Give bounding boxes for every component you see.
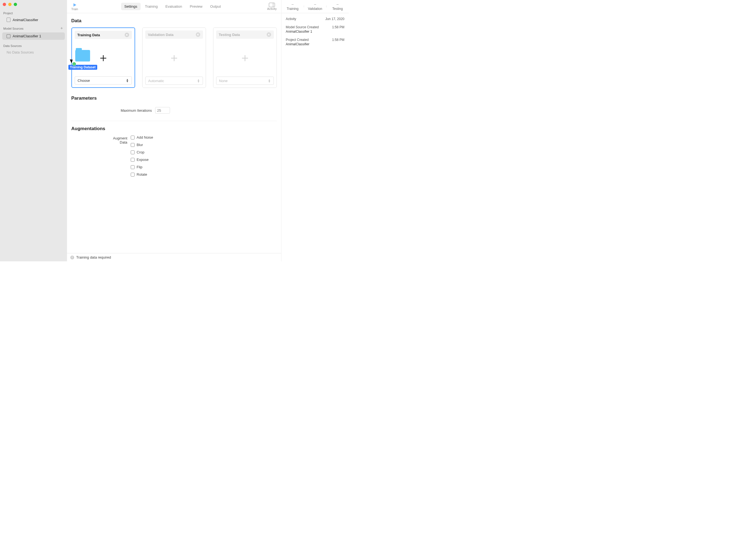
- augment-crop[interactable]: Crop: [131, 150, 153, 154]
- zoom-window[interactable]: [14, 3, 17, 6]
- augment-flip[interactable]: Flip: [131, 165, 153, 169]
- data-section-title: Data: [71, 18, 277, 24]
- validation-data-select[interactable]: Automatic ▲▼: [145, 77, 203, 85]
- validation-data-card[interactable]: Validation Data ✕ ＋ Automatic ▲▼: [142, 27, 206, 88]
- project-item[interactable]: AnimalClassifier: [0, 16, 67, 24]
- model-source-name: AnimalClassifier 1: [12, 34, 41, 38]
- status-bar: i Training data required: [67, 253, 281, 261]
- training-data-header: Training Data ✕: [75, 31, 132, 39]
- metric-label: Training: [287, 7, 299, 11]
- model-source-item[interactable]: AnimalClassifier 1: [2, 32, 65, 40]
- chevron-updown-icon: ▲▼: [197, 79, 200, 83]
- add-badge-icon: +: [72, 62, 76, 66]
- checkbox[interactable]: [131, 151, 134, 154]
- tab-output[interactable]: Output: [207, 3, 224, 10]
- activity-date: Jun 17, 2020: [326, 17, 344, 21]
- window-controls: [0, 2, 67, 9]
- checkbox-label: Rotate: [137, 172, 147, 177]
- activity-item-time: 1:58 PM: [332, 38, 344, 42]
- no-data-sources-label: No Data Sources: [0, 49, 67, 56]
- train-button[interactable]: Train: [71, 2, 78, 11]
- clear-validation-data-button[interactable]: ✕: [196, 32, 200, 37]
- training-data-select-value: Choose: [78, 79, 90, 83]
- project-section-label: Project: [0, 9, 67, 16]
- info-icon: i: [70, 256, 74, 260]
- toggle-activity-button[interactable]: Activity: [267, 3, 277, 10]
- checkbox-label: Flip: [137, 165, 143, 169]
- max-iterations-label: Maximum Iterations: [121, 108, 152, 112]
- checkbox[interactable]: [131, 158, 134, 162]
- validation-data-select-value: Automatic: [148, 79, 164, 83]
- activity-section-label: Activity: [286, 17, 296, 21]
- toolbar: Train Settings Training Evaluation Previ…: [67, 0, 281, 13]
- dragged-folder-label: Training Dataset: [68, 65, 97, 70]
- training-data-title: Training Data: [77, 33, 100, 37]
- testing-data-select[interactable]: None ▲▼: [216, 77, 274, 85]
- tabs: Settings Training Evaluation Preview Out…: [78, 3, 267, 10]
- plus-icon: ＋: [169, 52, 180, 63]
- chevron-updown-icon: ▲▼: [126, 79, 129, 82]
- activity-item: Project Created 1:58 PM: [282, 36, 349, 42]
- testing-data-card[interactable]: Testing Data ✕ ＋ None ▲▼: [213, 27, 277, 88]
- plus-icon: ＋: [239, 52, 251, 63]
- augment-expose[interactable]: Expose: [131, 158, 153, 162]
- metric-validation[interactable]: – Validation: [304, 2, 326, 11]
- augment-data-label: Augment Data: [105, 135, 127, 144]
- activity-item-sub: AnimalClassifier 1: [282, 29, 349, 36]
- checkbox-label: Blur: [137, 143, 143, 147]
- metric-testing[interactable]: – Testing: [326, 2, 349, 11]
- metrics-header: – Training – Validation – Testing: [282, 0, 349, 13]
- checkbox[interactable]: [131, 136, 134, 139]
- metric-value: –: [282, 2, 304, 6]
- checkbox[interactable]: [131, 165, 134, 169]
- checkbox[interactable]: [131, 143, 134, 147]
- activity-panel: – Training – Validation – Testing Activi…: [282, 0, 349, 261]
- minimize-window[interactable]: [8, 3, 11, 6]
- document-icon: [7, 18, 10, 22]
- plus-icon: ＋: [98, 52, 109, 63]
- data-sources-section-label: Data Sources: [0, 40, 67, 49]
- chevron-updown-icon: ▲▼: [268, 79, 271, 83]
- clear-training-data-button[interactable]: ✕: [125, 33, 129, 37]
- testing-data-dropzone[interactable]: ＋: [216, 39, 274, 77]
- augment-blur[interactable]: Blur: [131, 143, 153, 147]
- project-name: AnimalClassifier: [12, 18, 38, 22]
- panel-icon: [269, 3, 275, 7]
- clear-testing-data-button[interactable]: ✕: [267, 32, 271, 37]
- checkbox-label: Add Noise: [137, 135, 153, 139]
- metric-label: Validation: [308, 7, 322, 11]
- add-model-source-button[interactable]: ＋: [59, 26, 64, 31]
- checkbox-label: Expose: [137, 158, 149, 162]
- training-data-select[interactable]: Choose ▲▼: [75, 76, 132, 84]
- activity-item: Model Source Created 1:58 PM: [282, 24, 349, 29]
- activity-item-sub: AnimalClassifier: [282, 42, 349, 49]
- max-iterations-input[interactable]: [155, 107, 170, 114]
- parameters-section-title: Parameters: [71, 96, 277, 101]
- dragged-folder: + Training Dataset: [68, 50, 97, 70]
- training-data-card[interactable]: Training Data ✕ ＋ Choose ▲▼ +: [71, 27, 135, 88]
- augmentations-section-title: Augmentations: [71, 126, 277, 132]
- metric-label: Testing: [332, 7, 343, 11]
- model-sources-section-label: Model Sources: [3, 25, 23, 31]
- activity-item-title: Model Source Created: [286, 25, 319, 29]
- testing-data-select-value: None: [219, 79, 228, 83]
- validation-data-header: Validation Data ✕: [145, 30, 203, 39]
- augment-rotate[interactable]: Rotate: [131, 172, 153, 177]
- sidebar: Project AnimalClassifier Model Sources ＋…: [0, 0, 67, 261]
- play-icon: [72, 2, 77, 7]
- folder-icon: [75, 50, 90, 61]
- augment-add-noise[interactable]: Add Noise: [131, 135, 153, 139]
- metric-training[interactable]: – Training: [282, 2, 304, 11]
- tab-settings[interactable]: Settings: [121, 3, 140, 10]
- status-message: Training data required: [76, 255, 111, 260]
- validation-data-dropzone[interactable]: ＋: [145, 39, 203, 77]
- main-content: Train Settings Training Evaluation Previ…: [67, 0, 282, 261]
- activity-item-title: Project Created: [286, 38, 309, 42]
- checkbox[interactable]: [131, 173, 134, 177]
- tab-evaluation[interactable]: Evaluation: [162, 3, 185, 10]
- cube-icon: [7, 34, 10, 38]
- tab-preview[interactable]: Preview: [186, 3, 206, 10]
- tab-training[interactable]: Training: [142, 3, 161, 10]
- testing-data-title: Testing Data: [219, 33, 240, 37]
- close-window[interactable]: [3, 3, 6, 6]
